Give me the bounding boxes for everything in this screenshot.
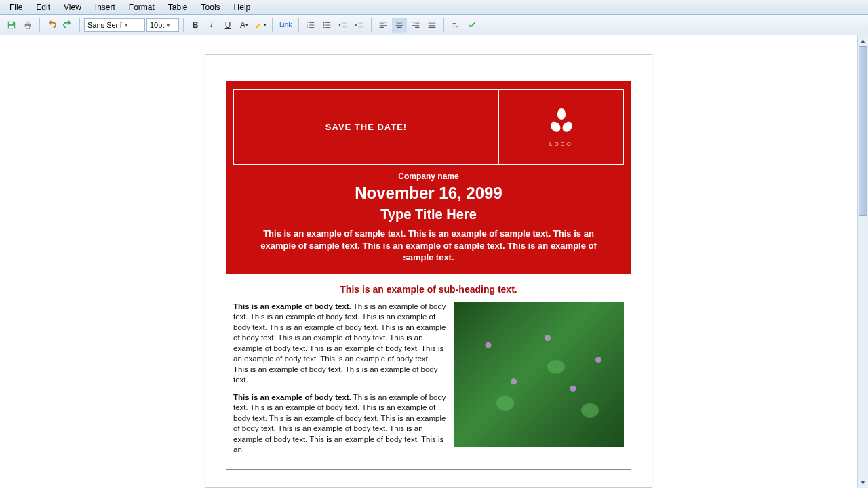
menu-format[interactable]: Format — [122, 1, 161, 14]
font-family-select[interactable]: Sans Serif — [84, 18, 145, 32]
menu-tools[interactable]: Tools — [195, 1, 227, 14]
italic-button[interactable]: I — [204, 18, 219, 33]
svg-point-8 — [323, 22, 325, 23]
vertical-scrollbar[interactable]: ▲ ▼ — [857, 35, 868, 488]
clear-format-button[interactable]: T× — [448, 18, 463, 33]
intro-paragraph[interactable]: This is an example of sample text. This … — [245, 228, 612, 264]
indent-button[interactable] — [352, 18, 367, 33]
align-justify-button[interactable] — [425, 18, 439, 33]
save-icon[interactable] — [4, 18, 19, 33]
align-left-button[interactable] — [376, 18, 391, 33]
text-color-button[interactable]: A▾ — [237, 18, 252, 33]
numbered-list-button[interactable]: 123 — [303, 18, 318, 33]
logo-label: LOGO — [499, 141, 623, 147]
menu-help[interactable]: Help — [227, 1, 258, 14]
scroll-up-icon[interactable]: ▲ — [858, 35, 868, 46]
highlight-button[interactable]: ▾ — [253, 18, 268, 33]
menu-table[interactable]: Table — [161, 1, 195, 14]
svg-text:3: 3 — [307, 26, 308, 28]
document-canvas[interactable]: SAVE THE DATE! LOGO Company name Novembe… — [0, 35, 857, 488]
menu-bar: File Edit View Insert Format Table Tools… — [0, 0, 868, 15]
logo-icon — [545, 107, 578, 140]
redo-icon[interactable] — [60, 18, 75, 33]
menu-insert[interactable]: Insert — [88, 1, 122, 14]
outdent-button[interactable] — [336, 18, 351, 33]
align-center-button[interactable] — [392, 18, 407, 33]
svg-rect-0 — [9, 22, 13, 24]
toolbar: Sans Serif 10pt B I U A▾ ▾ Link 123 T× — [0, 15, 868, 35]
align-right-button[interactable] — [408, 18, 423, 33]
bullet-list-button[interactable] — [319, 18, 334, 33]
menu-view[interactable]: View — [57, 1, 88, 14]
plant-photo — [454, 302, 624, 447]
svg-rect-1 — [9, 25, 14, 28]
title-placeholder[interactable]: Type Title Here — [245, 207, 612, 222]
scroll-thumb[interactable] — [859, 46, 867, 216]
undo-icon[interactable] — [44, 18, 59, 33]
page[interactable]: SAVE THE DATE! LOGO Company name Novembe… — [205, 54, 652, 488]
body-image[interactable] — [454, 302, 624, 447]
svg-rect-3 — [26, 21, 29, 24]
svg-point-10 — [323, 26, 325, 28]
link-button[interactable]: Link — [277, 18, 294, 33]
font-size-select[interactable]: 10pt — [146, 18, 179, 32]
banner-text: SAVE THE DATE! — [326, 122, 407, 132]
svg-rect-4 — [26, 26, 29, 28]
banner-cell[interactable]: SAVE THE DATE! — [234, 90, 499, 165]
print-icon[interactable] — [20, 18, 35, 33]
underline-button[interactable]: U — [220, 18, 235, 33]
svg-text:×: × — [456, 24, 458, 28]
spellcheck-button[interactable] — [465, 18, 479, 33]
body-column[interactable]: This is an example of body text. This is… — [233, 302, 446, 462]
subheading[interactable]: This is an example of sub-heading text. — [226, 274, 631, 302]
scroll-down-icon[interactable]: ▼ — [858, 477, 868, 488]
company-name[interactable]: Company name — [245, 171, 612, 181]
menu-file[interactable]: File — [3, 1, 29, 14]
bold-button[interactable]: B — [188, 18, 203, 33]
body-paragraph-1: This is an example of body text. This is… — [233, 302, 446, 386]
menu-edit[interactable]: Edit — [29, 1, 57, 14]
header-block: SAVE THE DATE! LOGO Company name Novembe… — [226, 81, 631, 274]
body-paragraph-2: This is an example of body text. This is… — [233, 392, 446, 455]
event-date[interactable]: November 16, 2099 — [245, 184, 612, 203]
svg-point-9 — [323, 24, 325, 26]
logo-cell[interactable]: LOGO — [499, 90, 624, 165]
